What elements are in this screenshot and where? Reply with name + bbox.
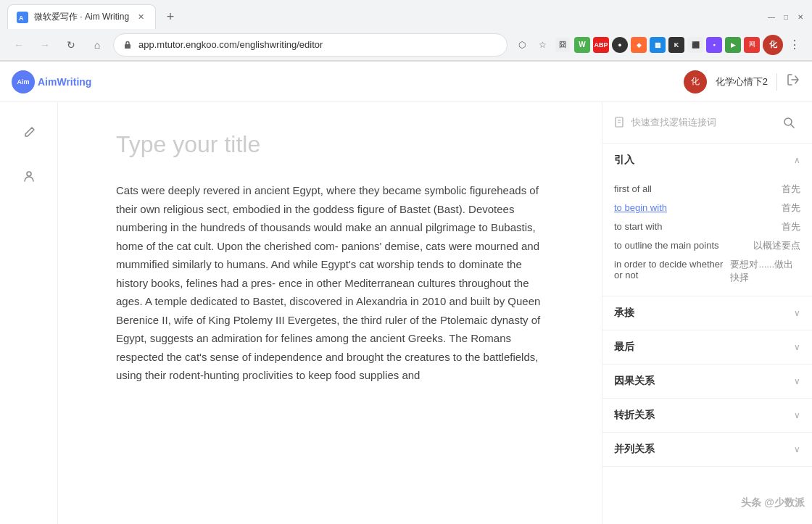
phrase-row-2: to begin with 首先 — [614, 199, 800, 217]
ext11-icon[interactable]: 网 — [744, 37, 760, 53]
main-editor[interactable]: Type your title Cats were deeply revered… — [58, 102, 602, 524]
section-zuihou-header[interactable]: 最后 ∨ — [602, 330, 812, 364]
logo[interactable]: Aim AimWriting — [12, 70, 91, 93]
close-button[interactable]: ✕ — [796, 12, 805, 21]
phrase-en-2[interactable]: to begin with — [614, 202, 667, 213]
ext3-icon[interactable]: ABP — [593, 37, 609, 53]
panel-content: 引入 ∧ first of all 首先 to begin with 首先 — [602, 144, 812, 524]
ext10-icon[interactable]: ▶ — [725, 37, 741, 53]
editor-title-placeholder[interactable]: Type your title — [116, 131, 544, 158]
phrase-cn-4: 以概述要点 — [753, 239, 800, 252]
browser-extensions: ⬡ ☆ 囧 W ABP ● ◆ ▦ K ⬛ ▪ ▶ 网 化 ⋮ — [513, 35, 803, 55]
phrase-cn-1: 首先 — [782, 183, 800, 196]
logo-circle: Aim — [12, 70, 35, 93]
phrase-en-4: to outline the main points — [614, 240, 719, 251]
menu-icon[interactable]: ⋮ — [786, 36, 803, 54]
panel-header: 快速查找逻辑连接词 — [602, 102, 812, 144]
section-binglie: 并列关系 ∨ — [602, 433, 812, 467]
url-bar[interactable]: app.mtutor.engkoo.com/englishwriting/edi… — [113, 33, 508, 57]
section-introduction-arrow: ∧ — [794, 155, 800, 165]
phrase-cn-3: 首先 — [782, 220, 800, 233]
section-binglie-arrow: ∨ — [794, 444, 800, 454]
section-zhuanzhe-header[interactable]: 转折关系 ∨ — [602, 399, 812, 432]
user-profile-icon[interactable]: 化 — [763, 35, 783, 55]
search-button[interactable] — [777, 111, 800, 134]
back-button[interactable]: ← — [9, 35, 29, 55]
svg-line-8 — [791, 125, 794, 128]
logout-button[interactable] — [786, 72, 800, 91]
left-sidebar — [0, 102, 58, 524]
phrase-cn-5: 要想对......做出抉择 — [730, 258, 800, 284]
section-binglie-header[interactable]: 并列关系 ∨ — [602, 433, 812, 466]
phrase-en-5: in order to decide whether or not — [614, 259, 730, 280]
ext5-icon[interactable]: ◆ — [631, 37, 647, 53]
phrase-en-1: first of all — [614, 183, 652, 194]
ext2-icon[interactable]: W — [574, 37, 590, 53]
section-introduction: 引入 ∧ first of all 首先 to begin with 首先 — [602, 144, 812, 296]
browser-tab[interactable]: A 微软爱写作 · Aim Writing ✕ — [7, 4, 156, 29]
section-zuihou-title: 最后 — [614, 341, 634, 354]
phrase-row-5: in order to decide whether or not 要想对...… — [614, 255, 800, 287]
section-chengJie: 承接 ∨ — [602, 296, 812, 330]
svg-rect-2 — [125, 44, 130, 49]
tab-title: 微软爱写作 · Aim Writing — [34, 11, 129, 23]
user-name: 化学心情下2 — [716, 75, 768, 88]
minimize-button[interactable]: — — [767, 12, 776, 21]
watermark: 头条 @少数派 — [741, 496, 805, 510]
svg-point-3 — [27, 172, 31, 176]
cast-icon[interactable]: ⬡ — [513, 36, 531, 54]
section-introduction-body: first of all 首先 to begin with 首先 to star… — [602, 177, 812, 296]
section-introduction-title: 引入 — [614, 154, 634, 167]
phrase-row-4: to outline the main points 以概述要点 — [614, 236, 800, 255]
tab-favicon: A — [17, 12, 28, 23]
logo-text: AimWriting — [38, 76, 91, 88]
section-zuihou-arrow: ∨ — [794, 342, 800, 352]
section-chengjie-header[interactable]: 承接 ∨ — [602, 296, 812, 330]
edit-sidebar-button[interactable] — [13, 117, 45, 149]
forward-button[interactable]: → — [35, 35, 55, 55]
header-divider — [776, 73, 777, 91]
phrase-row-3: to start with 首先 — [614, 217, 800, 236]
panel-search-area[interactable]: 快速查找逻辑连接词 — [614, 116, 777, 129]
user-sidebar-button[interactable] — [13, 160, 45, 192]
header-right: 化 化学心情下2 — [684, 70, 800, 93]
reload-button[interactable]: ↻ — [61, 35, 81, 55]
ext7-icon[interactable]: K — [668, 37, 684, 53]
ext4-icon[interactable]: ● — [612, 37, 628, 53]
maximize-button[interactable]: □ — [782, 12, 790, 21]
tab-close-button[interactable]: ✕ — [135, 12, 146, 23]
ext8-icon[interactable]: ⬛ — [687, 37, 703, 53]
phrase-en-3: to start with — [614, 221, 662, 232]
section-introduction-header[interactable]: 引入 ∧ — [602, 144, 812, 177]
url-text: app.mtutor.engkoo.com/englishwriting/edi… — [138, 39, 498, 50]
editor-content[interactable]: Cats were deeply revered in ancient Egyp… — [116, 181, 544, 385]
section-zhuanzhe-arrow: ∨ — [794, 410, 800, 420]
svg-text:A: A — [19, 14, 24, 22]
new-tab-button[interactable]: + — [160, 7, 181, 27]
phrase-cn-2: 首先 — [782, 201, 800, 215]
lock-icon — [123, 40, 133, 50]
section-yinguo-arrow: ∨ — [794, 376, 800, 386]
section-chengjie-title: 承接 — [614, 307, 634, 320]
section-binglie-title: 并列关系 — [614, 443, 655, 456]
bookmark-icon[interactable]: ☆ — [534, 36, 551, 54]
panel-search-placeholder: 快速查找逻辑连接词 — [631, 116, 716, 129]
section-yinguo-title: 因果关系 — [614, 375, 655, 388]
section-yinguo-header[interactable]: 因果关系 ∨ — [602, 365, 812, 398]
section-chengjie-arrow: ∨ — [794, 308, 800, 318]
window-controls: — □ ✕ — [767, 12, 805, 21]
user-avatar: 化 — [684, 70, 707, 93]
ext1-icon[interactable]: 囧 — [554, 36, 571, 54]
section-zhuanzhe: 转折关系 ∨ — [602, 399, 812, 433]
ext6-icon[interactable]: ▦ — [650, 37, 666, 53]
phrase-row-1: first of all 首先 — [614, 180, 800, 199]
home-button[interactable]: ⌂ — [87, 35, 107, 55]
ext9-icon[interactable]: ▪ — [706, 37, 722, 53]
section-zhuanzhe-title: 转折关系 — [614, 409, 655, 422]
app-header: Aim AimWriting 化 化学心情下2 — [0, 62, 812, 102]
right-panel: 快速查找逻辑连接词 引入 ∧ — [602, 102, 812, 524]
section-zuihou: 最后 ∨ — [602, 330, 812, 365]
panel-doc-icon — [614, 117, 626, 128]
section-yinguo: 因果关系 ∨ — [602, 365, 812, 399]
